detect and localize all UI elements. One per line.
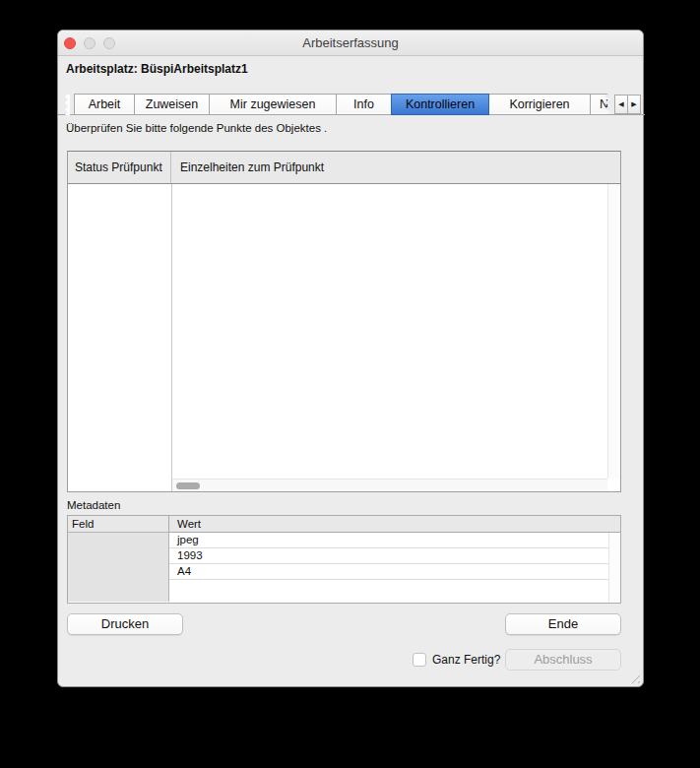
column-header-feld[interactable]: Feld — [68, 516, 169, 532]
checkbox-label: Ganz Fertig? — [432, 653, 500, 667]
cell-wert[interactable]: 1993 — [169, 548, 620, 564]
tab-scroll-right-button[interactable]: ▶ — [627, 95, 641, 114]
tab-truncated-n[interactable]: N — [590, 94, 612, 115]
column-divider — [171, 184, 172, 491]
cell-wert[interactable]: jpeg — [169, 533, 620, 548]
pruefpunkt-table-header: Status Prüfpunkt Einzelheiten zum Prüfpu… — [68, 152, 620, 184]
tab-scroll-left-button[interactable]: ◀ — [614, 95, 628, 114]
row-header-column — [68, 533, 169, 602]
metadata-table-header: Feld Wert — [68, 516, 620, 533]
pruefpunkt-table[interactable]: Status Prüfpunkt Einzelheiten zum Prüfpu… — [67, 151, 621, 492]
tab-arbeit[interactable]: Arbeit — [74, 94, 135, 115]
tab-korrigieren[interactable]: Korrigieren — [488, 94, 591, 115]
horizontal-scrollbar[interactable] — [172, 479, 607, 491]
tab-kontrollieren[interactable]: Kontrollieren — [391, 94, 489, 115]
column-header-einzelheiten[interactable]: Einzelheiten zum Prüfpunkt — [171, 152, 620, 183]
tab-mir-zugewiesen[interactable]: Mir zugewiesen — [209, 94, 337, 115]
vertical-scrollbar[interactable] — [607, 184, 620, 479]
drucken-button[interactable]: Drucken — [67, 613, 183, 635]
ende-button[interactable]: Ende — [505, 613, 621, 635]
cell-wert[interactable]: A4 — [169, 564, 620, 580]
vertical-scrollbar[interactable] — [608, 533, 620, 602]
column-header-status[interactable]: Status Prüfpunkt — [68, 152, 171, 183]
window-title: Arbeitserfassung — [58, 31, 643, 56]
tab-bar: Arbeit Zuweisen Mir zugewiesen Info Kont… — [58, 94, 645, 115]
tab-torn-edge — [64, 95, 70, 115]
column-header-wert[interactable]: Wert — [169, 516, 620, 532]
ganz-fertig-checkbox[interactable] — [413, 653, 426, 667]
instruction-text: Überprüfen Sie bitte folgende Punkte des… — [66, 122, 327, 134]
arrow-right-icon: ▶ — [631, 100, 636, 108]
abschluss-button[interactable]: Abschluss — [505, 649, 621, 671]
tab-zuweisen[interactable]: Zuweisen — [134, 94, 210, 115]
arbeitserfassung-window: Arbeitserfassung Arbeitsplatz: BüspiArbe… — [57, 30, 644, 687]
scrollbar-thumb[interactable] — [176, 482, 200, 489]
metadata-section-label: Metadaten — [67, 499, 120, 511]
resize-grip-icon[interactable] — [628, 672, 640, 683]
titlebar[interactable]: Arbeitserfassung — [58, 31, 643, 56]
workspace-label: Arbeitsplatz: BüspiArbeitsplatz1 — [66, 62, 248, 76]
tab-info[interactable]: Info — [336, 94, 392, 115]
metadata-table[interactable]: Feld Wert Format jpeg Jahrgang 1993 Papi… — [67, 515, 621, 604]
arrow-left-icon: ◀ — [618, 100, 623, 108]
